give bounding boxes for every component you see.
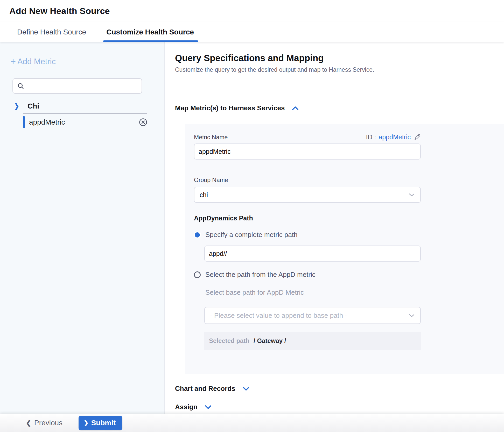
chevron-up-icon xyxy=(291,105,299,111)
submit-label: Submit xyxy=(91,419,116,427)
id-label: ID : xyxy=(366,133,376,141)
metric-group-chi[interactable]: ❯ Chi xyxy=(0,102,164,110)
radio-from-metric-label: Select the path from the AppD metric xyxy=(205,271,316,279)
metric-item-label: appdMetric xyxy=(29,118,65,126)
section-heading: Query Specifications and Mapping xyxy=(175,53,504,63)
submit-button[interactable]: ❯ Submit xyxy=(79,416,122,430)
radio-selected-icon[interactable] xyxy=(194,232,201,238)
search-icon xyxy=(17,82,24,90)
chevron-down-icon xyxy=(408,313,415,318)
chevron-down-icon xyxy=(204,404,212,410)
heading-divider xyxy=(175,80,504,80)
edit-id-icon[interactable] xyxy=(414,134,421,141)
add-metric-button[interactable]: + Add Metric xyxy=(10,57,164,66)
group-name-label: Group Name xyxy=(194,177,421,184)
map-metrics-section-title: Map Metric(s) to Harness Services xyxy=(175,104,285,112)
previous-label: Previous xyxy=(34,419,62,427)
group-name-select[interactable]: chi xyxy=(194,187,421,203)
previous-button[interactable]: ❮ Previous xyxy=(26,419,62,427)
selected-path-label: Selected path xyxy=(209,337,249,344)
radio-complete-label: Specify a complete metric path xyxy=(205,231,298,239)
metric-list-item-appdmetric[interactable]: appdMetric xyxy=(0,114,164,131)
section-subheading: Customize the query to get the desired o… xyxy=(175,66,504,73)
plus-icon: + xyxy=(10,57,16,66)
base-path-label: Select base path for AppD Metric xyxy=(205,289,504,297)
chevron-right-icon: ❯ xyxy=(14,102,19,110)
radio-unselected-icon[interactable] xyxy=(194,271,201,278)
group-label: Chi xyxy=(27,102,39,110)
delete-metric-icon[interactable] xyxy=(138,118,148,127)
metric-search-box xyxy=(12,78,142,94)
base-path-select[interactable]: - Please select value to append to base … xyxy=(204,307,421,324)
map-metrics-card: Metric Name ID : appdMetric Group Name xyxy=(185,124,504,374)
radio-complete-metric-path[interactable]: Specify a complete metric path xyxy=(194,231,504,239)
appdynamics-path-heading: AppDynamics Path xyxy=(194,214,504,222)
tab-bar: Define Health Source Customize Health So… xyxy=(0,22,504,42)
chart-and-records-section-toggle[interactable]: Chart and Records xyxy=(175,385,504,393)
dialog-header: Add New Health Source xyxy=(0,0,504,22)
dialog-footer: ❮ Previous ❯ Submit xyxy=(0,414,504,432)
map-metrics-section-toggle[interactable]: Map Metric(s) to Harness Services xyxy=(175,104,504,112)
chevron-down-icon xyxy=(242,386,250,392)
dialog-body: + Add Metric ❯ Chi appdMetric xyxy=(0,42,504,414)
query-spec-panel: Query Specifications and Mapping Customi… xyxy=(165,42,504,414)
metric-name-label-row: Metric Name ID : appdMetric xyxy=(194,133,421,141)
search-input[interactable] xyxy=(27,82,137,90)
metric-name-label: Metric Name xyxy=(194,134,228,141)
tab-customize-health-source[interactable]: Customize Health Source xyxy=(105,22,195,42)
assign-title: Assign xyxy=(175,403,198,411)
selected-path-bar: Selected path / Gateway / xyxy=(204,332,421,350)
selected-indicator-bar xyxy=(23,116,25,128)
chevron-down-icon xyxy=(408,192,415,197)
metric-id-group: ID : appdMetric xyxy=(366,133,421,141)
chevron-right-icon: ❯ xyxy=(84,420,88,426)
metrics-sidebar: + Add Metric ❯ Chi appdMetric xyxy=(0,42,165,414)
assign-section-toggle[interactable]: Assign xyxy=(175,403,504,411)
group-name-value: chi xyxy=(200,191,208,199)
radio-select-path-from-appd[interactable]: Select the path from the AppD metric xyxy=(194,271,504,279)
chart-and-records-title: Chart and Records xyxy=(175,385,235,393)
add-metric-label: Add Metric xyxy=(17,57,56,66)
id-value-link[interactable]: appdMetric xyxy=(379,133,411,141)
selected-path-value: / Gateway / xyxy=(254,337,286,344)
base-path-placeholder: - Please select value to append to base … xyxy=(210,312,347,320)
chevron-left-icon: ❮ xyxy=(26,419,31,427)
metric-name-input[interactable] xyxy=(194,143,421,160)
tab-define-health-source[interactable]: Define Health Source xyxy=(16,22,88,42)
add-health-source-dialog: Add New Health Source Define Health Sour… xyxy=(0,0,504,432)
complete-metric-path-input[interactable] xyxy=(204,246,421,262)
page-title: Add New Health Source xyxy=(9,6,110,16)
